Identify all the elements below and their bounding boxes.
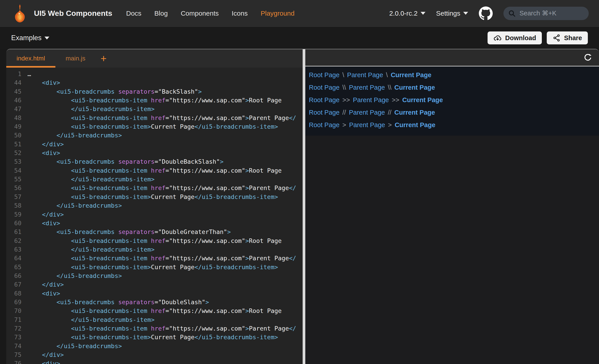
line-number: 48 [6,114,21,122]
line-number: 49 [6,122,21,131]
code-line: 57 <ui5-breadcrumbs-item>Current Page</u… [6,193,303,201]
editor-tabbar: index.htmlmain.js+ [6,49,303,68]
line-number: 75 [6,350,21,359]
code-line: 69 <ui5-breadcrumbs separators="DoubleSl… [6,298,303,306]
code-text: <ui5-breadcrumbs-item>Current Page</ui5-… [21,263,278,271]
cloud-download-icon [493,34,502,42]
code-text: <ui5-breadcrumbs separators="DoubleGreat… [21,228,231,236]
settings-label: Settings [436,9,460,17]
breadcrumb-link[interactable]: Parent Page [349,121,385,129]
code-text: <ui5-breadcrumbs separators="DoubleBackS… [21,157,224,166]
ui5-phoenix-logo-icon[interactable] [10,4,29,23]
download-label: Download [505,34,536,42]
code-text: </ui5-breadcrumbs-item> [21,175,155,184]
code-text: … [21,70,31,78]
line-number: 1 [6,70,21,78]
settings-dropdown[interactable]: Settings [436,9,468,17]
breadcrumb-separator: \ [342,71,344,79]
line-number: 67 [6,280,21,289]
breadcrumb-link[interactable]: Current Page [394,84,435,91]
code-text: <ui5-breadcrumbs-item>Current Page</ui5-… [21,122,278,131]
refresh-icon [583,53,592,62]
line-number: 74 [6,342,21,350]
top-header: UI5 Web Components DocsBlogComponentsIco… [0,0,599,27]
breadcrumb-link[interactable]: Parent Page [349,109,385,116]
code-text: </ui5-breadcrumbs-item> [21,315,155,324]
share-icon [553,34,561,42]
code-line: 46 <ui5-breadcrumbs-item href="https://w… [6,96,303,105]
breadcrumbs-row: Root Page>Parent Page>Current Page [309,119,599,131]
tab-main.js[interactable]: main.js [55,49,96,68]
breadcrumb-separator: >> [342,96,350,104]
breadcrumb-link[interactable]: Root Page [309,71,339,79]
playground-workspace: index.htmlmain.js+ 1…44 <div>45 <ui5-bre… [6,49,599,364]
breadcrumb-link[interactable]: Root Page [309,121,339,129]
examples-dropdown[interactable]: Examples [11,34,49,42]
line-number: 58 [6,201,21,210]
code-text: </ui5-breadcrumbs> [21,201,122,210]
line-number: 59 [6,210,21,219]
nav-docs[interactable]: Docs [126,9,141,17]
editor-pane: index.htmlmain.js+ 1…44 <div>45 <ui5-bre… [6,49,303,364]
github-icon[interactable] [479,7,493,20]
breadcrumb-link[interactable]: Parent Page [349,84,385,91]
nav-components[interactable]: Components [181,9,219,17]
breadcrumb-link[interactable]: Current Page [402,96,443,104]
breadcrumbs-row: Root Page\\Parent Page\\Current Page [309,81,599,94]
line-number: 55 [6,175,21,184]
code-text: <ui5-breadcrumbs-item href="https://www.… [21,184,296,192]
breadcrumb-link[interactable]: Current Page [391,71,431,79]
breadcrumb-separator: > [342,121,346,129]
search-input[interactable] [519,9,584,17]
breadcrumb-link[interactable]: Root Page [309,84,339,91]
version-dropdown[interactable]: 2.0.0-rc.2 [389,9,425,17]
breadcrumb-link[interactable]: Parent Page [347,71,383,79]
breadcrumb-link[interactable]: Root Page [309,96,339,104]
share-button[interactable]: Share [547,32,588,44]
code-editor[interactable]: 1…44 <div>45 <ui5-breadcrumbs separators… [6,68,303,364]
breadcrumb-link[interactable]: Parent Page [353,96,389,104]
code-text: </ui5-breadcrumbs> [21,131,122,140]
breadcrumbs-row: Root Page//Parent Page//Current Page [309,106,599,119]
code-text: <div> [21,149,60,157]
breadcrumb-link[interactable]: Current Page [394,109,435,116]
nav-blog[interactable]: Blog [154,9,168,17]
share-label: Share [564,34,582,42]
code-text: </div> [21,210,64,219]
nav-playground[interactable]: Playground [261,9,295,17]
code-line: 51 </div> [6,140,303,149]
line-number: 68 [6,289,21,298]
code-text: <ui5-breadcrumbs-item>Current Page</ui5-… [21,333,278,341]
code-text: <div> [21,219,60,228]
line-number: 70 [6,306,21,315]
code-line: 50 </ui5-breadcrumbs> [6,131,303,140]
nav-icons[interactable]: Icons [232,9,248,17]
line-number: 47 [6,105,21,113]
line-number: 66 [6,271,21,280]
breadcrumb-link[interactable]: Root Page [309,109,339,116]
code-text: <ui5-breadcrumbs-item href="https://www.… [21,306,282,315]
split-handle[interactable] [303,49,305,364]
main-nav: DocsBlogComponentsIconsPlayground [126,9,295,17]
code-text: </div> [21,350,64,359]
brand-title[interactable]: UI5 Web Components [34,9,112,18]
code-text: </ui5-breadcrumbs-item> [21,105,155,113]
refresh-button[interactable] [583,53,593,62]
line-number: 69 [6,298,21,306]
tab-index.html[interactable]: index.html [6,49,55,68]
line-number: 65 [6,263,21,271]
code-line: 61 <ui5-breadcrumbs separators="DoubleGr… [6,228,303,236]
code-text: </div> [21,140,64,149]
breadcrumbs-row: Root Page>>Parent Page>>Current Page [309,94,599,106]
download-button[interactable]: Download [488,32,542,44]
code-text: <ui5-breadcrumbs-item href="https://www.… [21,166,282,175]
examples-label: Examples [11,34,42,42]
breadcrumb-separator: // [388,109,391,116]
breadcrumbs-row: Root Page\Parent Page\Current Page [309,69,599,81]
breadcrumb-link[interactable]: Current Page [395,121,435,129]
line-number: 72 [6,324,21,333]
code-text: </div> [21,280,64,289]
code-line: 48 <ui5-breadcrumbs-item href="https://w… [6,114,303,122]
add-tab-button[interactable]: + [98,49,109,68]
code-text: <ui5-breadcrumbs-item>Current Page</ui5-… [21,193,278,201]
